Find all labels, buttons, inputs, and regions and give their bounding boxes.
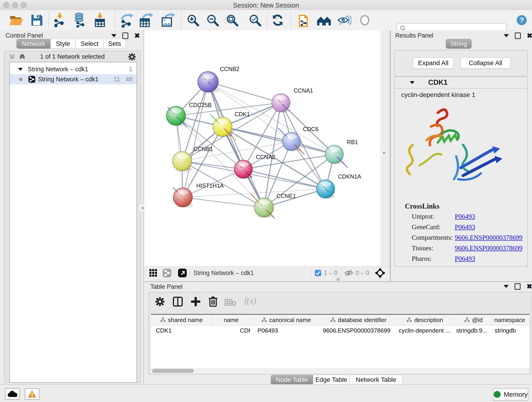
column-header[interactable]: canonical name: [250, 315, 322, 325]
crosslink-link[interactable]: P06493: [455, 255, 475, 262]
import-table-icon[interactable]: [94, 13, 106, 27]
column-header[interactable]: name: [212, 315, 250, 325]
crosslink-label: Uniprot:: [412, 213, 434, 220]
network-options-gear-icon[interactable]: [128, 53, 136, 61]
toolbar-separator: [181, 13, 181, 27]
control-panel-title: Control Panel: [6, 32, 43, 39]
import-network-icon[interactable]: [53, 13, 67, 27]
control-panel: Control Panel ✖ Network Style Select Set…: [0, 30, 144, 384]
network-node-CDK1[interactable]: [210, 115, 236, 140]
open-session-icon[interactable]: [9, 14, 23, 27]
help-icon[interactable]: ?: [517, 15, 527, 25]
table-row[interactable]: CDK1 CDK1 P06493 9606.ENSP00000378699 cy…: [151, 325, 529, 336]
crosslink-link[interactable]: 9606.ENSP00000378699: [455, 234, 523, 241]
panel-float-icon[interactable]: [122, 32, 128, 39]
network-node-CDC25B[interactable]: [166, 106, 187, 127]
table-type-tabs: Node Table Edge Table Network Table: [271, 375, 402, 385]
toolbar-separator: [175, 268, 175, 278]
panel-menu-icon[interactable]: [504, 285, 509, 288]
export-table-icon[interactable]: [139, 13, 153, 27]
eye-icon[interactable]: [358, 14, 371, 27]
network-node-CCNA1[interactable]: [272, 94, 290, 112]
node-label: CDC25B: [189, 102, 212, 108]
select-columns-icon[interactable]: [173, 297, 183, 307]
panel-menu-icon[interactable]: [504, 34, 509, 37]
toolbar-separator: [190, 268, 190, 278]
show-hide-panel-icon[interactable]: [337, 14, 351, 27]
grid-view-icon[interactable]: [149, 269, 157, 277]
tree-root-row[interactable]: String Network – cdk1 1: [10, 64, 137, 74]
tab-sets[interactable]: Sets: [104, 39, 126, 49]
fit-target-icon[interactable]: [375, 268, 385, 278]
zoom-out-icon[interactable]: [206, 13, 219, 27]
open-in-window-icon[interactable]: [178, 269, 187, 277]
crosslink-label: Tissues:: [412, 244, 433, 252]
panel-close-icon[interactable]: ✖: [134, 33, 140, 38]
network-node-CCNE1[interactable]: [251, 195, 274, 218]
string-network-icon: [28, 76, 35, 83]
panel-float-icon[interactable]: [515, 283, 520, 290]
network-node-CCNA2[interactable]: [234, 160, 253, 178]
tab-node-table[interactable]: Node Table: [271, 375, 313, 385]
warnings-button[interactable]: [25, 388, 39, 400]
crosslink-link[interactable]: P06493: [455, 213, 475, 220]
memory-button[interactable]: Memory: [493, 388, 528, 401]
crosslink-link[interactable]: P06493: [455, 223, 475, 231]
tab-select[interactable]: Select: [76, 39, 104, 49]
gene-section-header[interactable]: CDK1: [395, 77, 527, 89]
vertical-splitter[interactable]: [390, 30, 392, 281]
tab-edge-table[interactable]: Edge Table: [313, 375, 350, 385]
cloud-button[interactable]: [5, 388, 20, 400]
string-document-icon[interactable]: [298, 13, 310, 27]
collapse-all-button[interactable]: Collapse All: [460, 57, 511, 69]
tab-network[interactable]: Network: [17, 39, 51, 49]
home-icon[interactable]: [317, 14, 331, 26]
panel-close-icon[interactable]: ✖: [526, 284, 532, 289]
panel-float-icon[interactable]: [515, 32, 521, 39]
panel-close-icon[interactable]: ✖: [527, 33, 532, 38]
splitter-handle[interactable]: [381, 150, 387, 156]
refresh-icon[interactable]: [271, 13, 284, 27]
gene-collapse-caret-icon[interactable]: [410, 81, 414, 84]
zoom-selected-icon[interactable]: [248, 13, 262, 27]
tab-string[interactable]: String: [446, 39, 472, 49]
column-header[interactable]: shared name: [151, 315, 212, 325]
column-header[interactable]: description: [394, 315, 455, 325]
tab-style[interactable]: Style: [51, 39, 76, 49]
scrollbar-thumb[interactable]: [152, 369, 194, 373]
expand-all-button[interactable]: Expand All: [413, 57, 454, 69]
export-network-icon[interactable]: [120, 13, 134, 27]
tree-network-row-selected[interactable]: String Network – cdk1 11 48: [10, 74, 137, 84]
network-node-CCNB2[interactable]: [198, 71, 218, 92]
hidden-eye-icon[interactable]: [344, 269, 353, 277]
column-header[interactable]: namespace: [492, 315, 525, 325]
tree-expand-caret-icon[interactable]: [18, 68, 23, 71]
export-image-icon[interactable]: [161, 13, 175, 27]
table-panel: Table Panel ✖ f(x) shared name name cano…: [144, 281, 532, 384]
crosslink-link[interactable]: 9606.ENSP00000378699: [455, 244, 523, 252]
add-column-icon[interactable]: [191, 297, 201, 307]
save-session-icon[interactable]: [31, 14, 43, 27]
delete-column-icon[interactable]: [208, 296, 218, 307]
network-node-CCNB1[interactable]: [172, 152, 192, 171]
network-share-icon[interactable]: [163, 269, 171, 277]
column-header[interactable]: @id: [455, 315, 492, 325]
gene-description: cyclin-dependent kinase 1: [401, 91, 475, 99]
panel-menu-icon[interactable]: [111, 34, 116, 37]
control-panel-controls: ✖: [111, 32, 140, 39]
network-node-CDC6[interactable]: [278, 128, 304, 154]
tab-network-table[interactable]: Network Table: [350, 375, 402, 385]
table-h-scrollbar[interactable]: [151, 368, 529, 374]
selected-checkbox-icon[interactable]: [315, 269, 322, 276]
network-node-CDKN1A[interactable]: [317, 180, 335, 198]
memory-status-icon: [494, 391, 500, 398]
string-network-graph[interactable]: CCNB2CCNA1CDC25BCDK1CDC6RB1CCNB1CCNA2CDK…: [144, 30, 380, 266]
column-header[interactable]: database identifier: [322, 315, 394, 325]
zoom-in-icon[interactable]: [186, 13, 200, 27]
splitter-handle[interactable]: [139, 205, 146, 211]
network-node-HIST1H1A[interactable]: [173, 188, 192, 207]
table-gear-icon[interactable]: [155, 297, 165, 307]
import-network-from-database-icon[interactable]: [73, 13, 87, 27]
network-canvas[interactable]: CCNB2CCNA1CDC25BCDK1CDC6RB1CCNB1CCNA2CDK…: [144, 30, 380, 266]
zoom-fit-icon[interactable]: [225, 13, 239, 27]
